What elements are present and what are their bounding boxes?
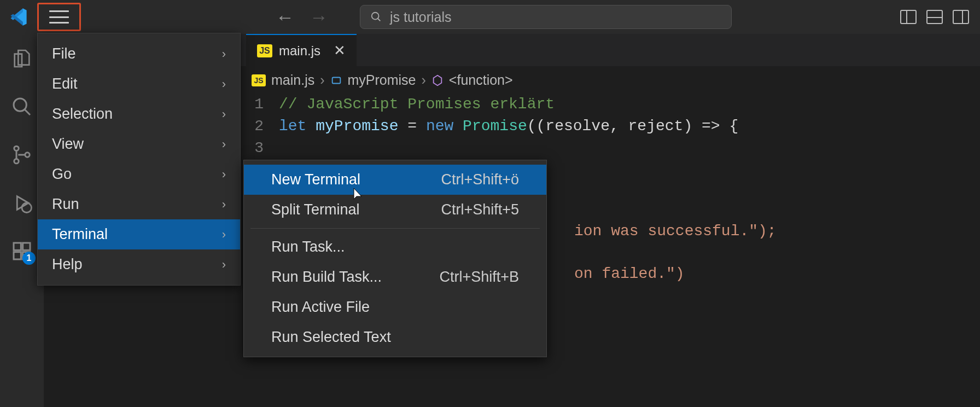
chevron-right-icon: › [422,72,426,88]
menu-item-run[interactable]: Run› [38,189,240,219]
svg-point-4 [14,146,19,150]
command-center-search[interactable]: js tutorials [360,5,732,29]
hamburger-icon [49,10,69,24]
submenu-shortcut: Ctrl+Shift+ö [441,171,519,188]
chevron-right-icon: › [222,197,226,212]
submenu-run-active-file[interactable]: Run Active File [244,292,546,322]
submenu-run-task[interactable]: Run Task... [244,232,546,262]
svg-rect-10 [23,243,30,250]
search-activity-icon[interactable] [10,95,33,118]
svg-line-1 [378,19,381,21]
js-file-icon: JS [257,44,272,57]
main-menu-dropdown: File› Edit› Selection› View› Go› Run› Te… [37,33,241,286]
js-file-icon: JS [252,74,266,86]
breadcrumb-inner[interactable]: <function> [449,72,513,88]
function-icon [431,74,444,86]
line-number: 3 [252,137,279,159]
menu-item-go[interactable]: Go› [38,159,240,189]
submenu-shortcut: Ctrl+Shift+B [439,269,519,286]
svg-point-2 [14,98,26,111]
run-debug-icon[interactable] [10,191,33,214]
svg-line-3 [25,109,30,115]
submenu-label: Run Active File [271,299,370,316]
tab-filename: main.js [279,43,320,59]
code-content: let myPromise = new Promise((resolve, re… [279,115,738,137]
menu-label: Go [52,166,72,183]
title-bar: ← → js tutorials [0,0,980,34]
extensions-badge: 1 [22,252,36,265]
svg-point-5 [14,159,19,164]
tab-close-icon[interactable]: ✕ [334,42,346,59]
chevron-right-icon: › [222,107,226,121]
chevron-right-icon: › [222,47,226,61]
svg-rect-9 [14,243,21,250]
menu-label: Help [52,256,83,273]
menu-item-file[interactable]: File› [38,39,240,69]
svg-rect-13 [332,77,340,83]
submenu-label: Run Build Task... [271,269,382,286]
line-number: 2 [252,115,279,137]
menu-item-help[interactable]: Help› [38,249,240,280]
svg-rect-11 [14,252,21,259]
breadcrumb-file[interactable]: main.js [271,72,314,88]
search-icon [370,11,382,23]
menu-label: View [52,136,84,153]
submenu-label: Run Selected Text [271,329,391,346]
menu-label: Run [52,196,79,213]
search-text: js tutorials [390,9,452,25]
chevron-right-icon: › [320,72,324,88]
nav-arrows: ← → [276,7,328,28]
menu-label: Selection [52,106,113,123]
menu-separator [250,228,540,229]
menu-label: Terminal [52,226,108,243]
submenu-label: Run Task... [271,239,345,255]
submenu-label: New Terminal [271,171,360,188]
menu-item-terminal[interactable]: Terminal› [38,219,240,249]
chevron-right-icon: › [222,228,226,242]
menu-label: File [52,45,76,62]
svg-point-6 [25,153,30,157]
source-control-icon[interactable] [10,143,33,166]
hamburger-menu-button[interactable] [37,3,81,31]
nav-back-button[interactable]: ← [276,7,294,28]
nav-forward-button[interactable]: → [310,7,328,28]
submenu-label: Split Terminal [271,201,360,218]
submenu-shortcut: Ctrl+Shift+5 [441,201,519,218]
svg-point-0 [372,13,379,20]
chevron-right-icon: › [222,258,226,272]
extensions-icon[interactable]: 1 [10,240,33,263]
submenu-new-terminal[interactable]: New Terminal Ctrl+Shift+ö [244,165,546,195]
menu-item-view[interactable]: View› [38,129,240,159]
breadcrumb-symbol[interactable]: myPromise [348,72,416,88]
toggle-panel-icon[interactable] [926,10,943,24]
toggle-primary-sidebar-icon[interactable] [900,10,917,24]
chevron-right-icon: › [222,167,226,182]
menu-item-edit[interactable]: Edit› [38,69,240,99]
toggle-secondary-sidebar-icon[interactable] [953,10,969,24]
menu-label: Edit [52,75,78,92]
code-line: 3 [252,137,980,159]
editor-tab-main-js[interactable]: JS main.js ✕ [246,34,357,66]
code-line: 1 // JavaScript Promises erklärt [252,94,980,115]
chevron-right-icon: › [222,77,226,91]
terminal-submenu: New Terminal Ctrl+Shift+ö Split Terminal… [243,160,547,357]
explorer-icon[interactable] [10,47,33,70]
vscode-logo-icon [9,7,28,27]
code-line: 2 let myPromise = new Promise((resolve, … [252,115,980,137]
code-token: // JavaScript Promises erklärt [279,94,555,115]
submenu-run-selected-text[interactable]: Run Selected Text [244,322,546,352]
variable-icon [330,74,342,86]
submenu-split-terminal[interactable]: Split Terminal Ctrl+Shift+5 [244,195,546,225]
menu-item-selection[interactable]: Selection› [38,99,240,129]
layout-controls [900,10,969,24]
chevron-right-icon: › [222,137,226,152]
line-number: 1 [252,94,279,115]
submenu-run-build-task[interactable]: Run Build Task... Ctrl+Shift+B [244,262,546,292]
